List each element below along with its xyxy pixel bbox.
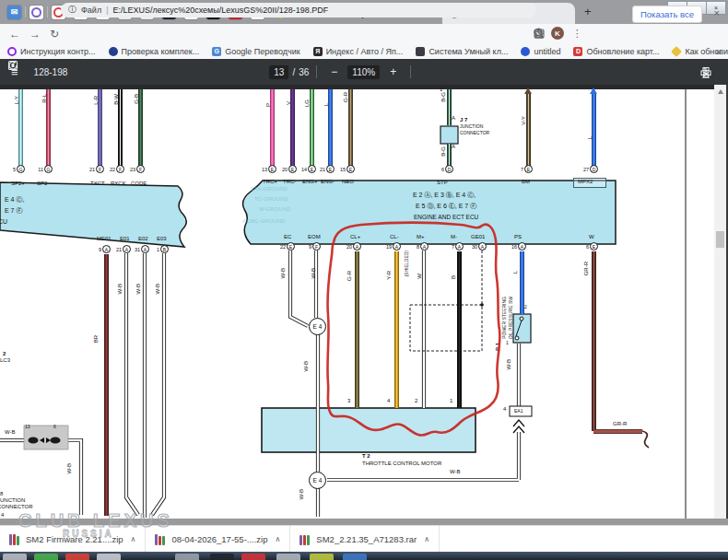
browser-window: ✉✓RFr+R chek+vsc+vsc off нужна помощ × 1… bbox=[0, 0, 728, 560]
bookmark-item[interactable]: ЯИндекс / Авто / Яп... bbox=[313, 47, 404, 56]
pdf-title: 128-198 bbox=[34, 67, 68, 77]
archive-file-icon bbox=[299, 534, 311, 545]
wire-GR-R bbox=[592, 251, 596, 431]
scrollbar-up-arrow[interactable] bbox=[718, 89, 723, 94]
download-item[interactable]: SM2_2.21.35_A71283.rar∧ bbox=[290, 526, 440, 553]
bookmark-favicon bbox=[671, 45, 682, 56]
pin-number: 7 bbox=[452, 244, 454, 250]
bookmark-item[interactable]: DОбновление карт... bbox=[573, 47, 659, 56]
browser-menu-icon[interactable]: ⋮ bbox=[572, 28, 582, 40]
taskbar-icon[interactable] bbox=[241, 554, 265, 560]
pin-letter-circle: E bbox=[590, 242, 598, 251]
scrollbar-thumb[interactable] bbox=[716, 231, 724, 248]
pin-letter-circle: A bbox=[420, 242, 429, 251]
pin-number: 9 bbox=[309, 244, 311, 250]
show-all-downloads-button[interactable]: Показать все bbox=[632, 6, 702, 23]
zoom-level[interactable]: 110% bbox=[347, 65, 380, 79]
reload-icon[interactable]: ↻ bbox=[50, 28, 59, 41]
pinned-tab-icon[interactable] bbox=[29, 6, 43, 19]
url-separator: | bbox=[106, 6, 108, 15]
pinned-tab-icon[interactable]: ✉ bbox=[7, 6, 21, 19]
taskbar-icon[interactable] bbox=[65, 554, 89, 560]
bookmark-item[interactable]: Инструкция контр... bbox=[7, 47, 96, 56]
diagram-label-vertical: W-B bbox=[506, 359, 511, 370]
diagram-label: GR-R bbox=[613, 421, 627, 426]
downloads-bar-close-icon[interactable]: × bbox=[714, 7, 720, 18]
forward-icon[interactable]: → bbox=[29, 28, 41, 41]
windows-taskbar-sliver[interactable] bbox=[0, 552, 728, 560]
navigation-bar: ← → ↻ bbox=[0, 24, 728, 43]
taskbar-icon[interactable] bbox=[34, 554, 58, 560]
connector-pin: 14E bbox=[290, 165, 316, 173]
bookmark-favicon: Я bbox=[313, 47, 323, 56]
download-chevron-icon[interactable]: ∧ bbox=[276, 535, 281, 543]
pin-number: 23 bbox=[130, 167, 135, 172]
taskbar-icon[interactable] bbox=[97, 554, 121, 560]
download-filename: 08-04-2026_17-55-....zip bbox=[171, 534, 267, 544]
pin-number: 13 bbox=[262, 167, 267, 172]
j7-junction-box bbox=[440, 126, 458, 144]
bookmark-item[interactable]: Система Умный кл... bbox=[416, 47, 508, 56]
taskbar-icon[interactable] bbox=[343, 554, 367, 560]
diagram-label-vertical: W-B bbox=[311, 268, 316, 279]
bookmark-label: Как обновить про... bbox=[685, 47, 728, 56]
pin-letter-circle: E bbox=[287, 242, 295, 251]
white-wire-core bbox=[0, 251, 519, 518]
diagram-label: PS bbox=[514, 234, 522, 239]
taskbar-icon[interactable] bbox=[175, 554, 199, 560]
taskbar-icon[interactable] bbox=[3, 554, 27, 560]
diagram-label-vertical: W-B bbox=[135, 284, 141, 295]
archive-icon-bar bbox=[162, 536, 165, 544]
download-chevron-icon[interactable]: ∧ bbox=[424, 535, 429, 543]
bookmarks-overflow-icon[interactable]: » bbox=[715, 46, 721, 57]
pin-letter-circle: A bbox=[123, 245, 131, 253]
address-bar[interactable]: ⓘ Файл | E:/LEXUS/лексус%20схемы/LexusGS… bbox=[61, 3, 536, 18]
scrollbar-track[interactable] bbox=[714, 85, 726, 525]
bookmark-label: Система Умный кл... bbox=[429, 47, 508, 56]
wire-G-B bbox=[138, 89, 143, 169]
download-item[interactable]: 08-04-2026_17-55-....zip∧ bbox=[146, 526, 290, 553]
diagram-label: E 7 Ⓕ bbox=[5, 207, 22, 214]
pin-letter-circle: E bbox=[268, 165, 276, 173]
print-icon[interactable] bbox=[699, 66, 712, 79]
taskbar-icon[interactable] bbox=[310, 554, 334, 560]
taskbar-icon[interactable] bbox=[210, 554, 234, 560]
pdf-viewport-background bbox=[0, 519, 728, 525]
download-filename: SM2 Firmware 2.21....zip bbox=[26, 534, 123, 544]
archive-icon-bar bbox=[307, 535, 310, 545]
wire-L bbox=[592, 93, 596, 169]
page-info-icon[interactable]: ⓘ bbox=[68, 4, 76, 16]
wire-L bbox=[520, 251, 524, 314]
profile-avatar[interactable]: K bbox=[551, 27, 564, 40]
diagram-label-vertical: POWER STEERING bbox=[502, 297, 507, 339]
pin-number: 20 bbox=[346, 244, 352, 250]
diagram-label: 2 bbox=[524, 305, 527, 309]
bookmarks-bar: Инструкция контр...Проверка комплек...GG… bbox=[0, 43, 728, 60]
side-panel-icon[interactable] bbox=[533, 27, 546, 40]
download-item[interactable]: SM2 Firmware 2.21....zip∧ bbox=[0, 526, 146, 553]
new-tab-button[interactable]: + bbox=[584, 5, 592, 18]
rotate-icon[interactable] bbox=[6, 59, 19, 72]
diagram-label: 3 bbox=[347, 398, 350, 403]
pin-letter-circle: A bbox=[141, 245, 149, 253]
pin-letter-circle: D bbox=[445, 165, 453, 173]
connector-pin: 23F bbox=[119, 165, 145, 173]
diagram-label-vertical: W-B bbox=[117, 284, 123, 295]
connector-pin: 20E bbox=[271, 165, 297, 173]
bookmark-item[interactable]: Проверка комплек... bbox=[109, 47, 200, 56]
back-icon[interactable]: ← bbox=[9, 28, 20, 41]
page-number-input[interactable]: 13 bbox=[269, 65, 288, 79]
zoom-in-button[interactable]: + bbox=[390, 65, 396, 78]
connector-pin: 1B bbox=[143, 245, 169, 253]
diagram-label-vertical: L-Y bbox=[14, 96, 19, 104]
pin-number: 6 bbox=[586, 244, 589, 250]
throttle-motor-box bbox=[262, 408, 476, 452]
bookmark-item[interactable]: GGoogle Переводчик bbox=[212, 47, 299, 56]
taskbar-icon[interactable] bbox=[276, 554, 300, 560]
diagram-label: NEO bbox=[342, 179, 354, 184]
bookmark-item[interactable]: untitled bbox=[521, 47, 560, 56]
connector-pin: 21F bbox=[78, 165, 104, 173]
connector-pin: 31A bbox=[123, 245, 149, 253]
zoom-out-button[interactable]: − bbox=[331, 65, 337, 78]
download-chevron-icon[interactable]: ∧ bbox=[131, 535, 136, 543]
